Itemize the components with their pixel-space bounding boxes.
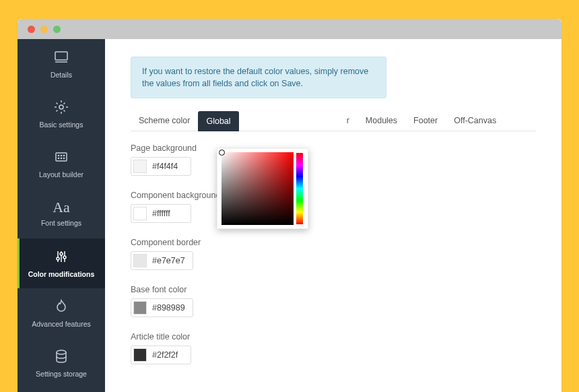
svg-point-15 [63, 256, 66, 259]
sidebar-item-label: Font settings [41, 219, 81, 227]
main-content: If you want to restore the default color… [105, 39, 561, 392]
field-label: Page background [131, 143, 536, 153]
color-value: #898989 [152, 303, 191, 313]
sidebar-item-label: Advanced features [32, 320, 91, 328]
svg-rect-0 [55, 52, 67, 60]
sidebar-item-color-modifications[interactable]: Color modifications [18, 238, 105, 288]
tab-off-canvas[interactable]: Off-Canvas [446, 110, 504, 131]
color-value: #2f2f2f [152, 350, 183, 360]
color-picker-cursor[interactable] [219, 150, 225, 156]
color-picker-hue-slider[interactable] [296, 152, 304, 225]
sidebar-item-label: Color modifications [28, 270, 95, 278]
sidebar-item-label: Details [50, 71, 72, 79]
zoom-dot[interactable] [53, 26, 61, 33]
color-fields: Page background #f4f4f4 Component backgr… [131, 143, 536, 364]
sidebar-item-basic-settings[interactable]: Basic settings [18, 89, 105, 139]
color-swatch [133, 348, 147, 362]
gear-icon [53, 99, 69, 117]
tab-sidebar-partial[interactable]: r [339, 110, 357, 131]
field-component-background: Component background #ffffff [131, 191, 536, 223]
svg-point-8 [61, 158, 61, 158]
color-input[interactable]: #e7e7e7 [131, 251, 193, 270]
sidebar-item-details[interactable]: Details [18, 39, 105, 89]
svg-point-4 [58, 155, 59, 156]
color-picker-popover [217, 148, 308, 229]
color-picker-saturation-lightness[interactable] [222, 152, 294, 225]
color-value: #f4f4f4 [152, 162, 183, 171]
sidebar-item-settings-storage[interactable]: Settings storage [18, 338, 105, 388]
tab-footer[interactable]: Footer [405, 110, 446, 131]
minimize-dot[interactable] [40, 26, 48, 33]
tab-global[interactable]: Global [198, 111, 238, 131]
sidebar-item-font-settings[interactable]: Aa Font settings [18, 189, 105, 238]
close-dot[interactable] [28, 26, 35, 33]
sidebar-item-layout-builder[interactable]: Layout builder [18, 139, 105, 189]
color-value: #e7e7e7 [152, 256, 191, 265]
svg-point-16 [57, 350, 66, 354]
svg-point-6 [63, 155, 64, 156]
color-swatch [133, 301, 147, 315]
tabs: Scheme color Global Header Navigation r … [131, 110, 536, 131]
svg-point-9 [63, 158, 64, 158]
monitor-icon [53, 49, 69, 67]
field-label: Base font color [131, 285, 536, 294]
svg-point-11 [57, 257, 59, 260]
color-input[interactable]: #898989 [131, 298, 193, 317]
field-label: Component border [131, 238, 536, 247]
color-swatch [133, 160, 147, 173]
color-swatch [133, 254, 147, 267]
field-article-title-color: Article title color #2f2f2f [131, 332, 536, 364]
svg-point-2 [59, 105, 63, 109]
field-page-background: Page background #f4f4f4 [131, 143, 536, 176]
sidebar-item-label: Layout builder [39, 170, 83, 178]
flame-icon [53, 298, 69, 316]
tab-scheme-color[interactable]: Scheme color [131, 110, 198, 131]
svg-point-5 [61, 155, 61, 156]
field-component-border: Component border #e7e7e7 [131, 238, 536, 270]
sliders-icon [53, 249, 69, 266]
svg-point-7 [58, 158, 59, 158]
color-swatch [133, 207, 147, 220]
color-value: #ffffff [152, 209, 176, 218]
browser-frame: Details Basic settings Layout builder Aa… [18, 19, 561, 392]
field-base-font-color: Base font color #898989 [131, 285, 536, 317]
sidebar: Details Basic settings Layout builder Aa… [18, 39, 105, 392]
color-input[interactable]: #f4f4f4 [131, 157, 191, 176]
info-notice: If you want to restore the default color… [131, 57, 386, 98]
font-icon: Aa [53, 200, 70, 215]
color-input[interactable]: #2f2f2f [131, 346, 191, 364]
window-titlebar [18, 19, 561, 39]
svg-point-13 [60, 253, 63, 255]
sidebar-item-advanced-features[interactable]: Advanced features [18, 288, 105, 338]
database-icon [53, 348, 69, 366]
color-input[interactable]: #ffffff [131, 204, 191, 223]
svg-rect-3 [56, 153, 67, 161]
grid-icon [53, 149, 69, 166]
tab-modules[interactable]: Modules [357, 110, 405, 131]
sidebar-item-label: Settings storage [36, 370, 87, 378]
field-label: Component background [131, 191, 536, 200]
sidebar-item-label: Basic settings [40, 121, 83, 129]
field-label: Article title color [131, 332, 536, 341]
